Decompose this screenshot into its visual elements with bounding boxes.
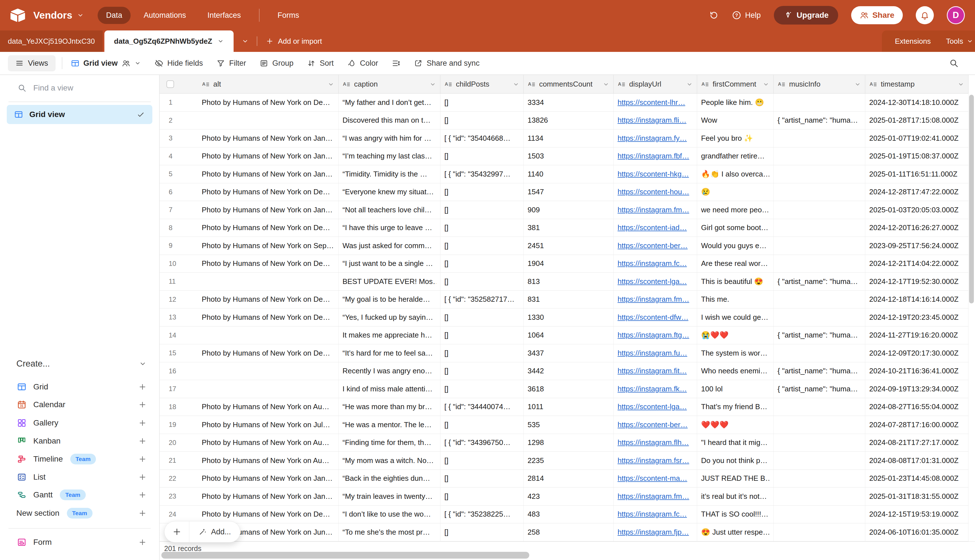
cell-commentsCount[interactable]: 2451 (524, 237, 614, 255)
cell-timestamp[interactable]: 2024-09-19T13:29:34.000Z (865, 380, 968, 398)
cell-displayUrl[interactable]: https://scontent-lga… (614, 273, 697, 290)
cell-childPosts[interactable]: [] (441, 255, 524, 273)
row-number[interactable]: 16 (160, 362, 198, 380)
cell-musicInfo[interactable] (773, 523, 865, 541)
cell-caption[interactable]: Discovered this man on t… (339, 112, 441, 130)
vertical-scrollbar[interactable] (969, 95, 974, 303)
cell-alt[interactable]: Photo by Humans of New York on Sep… (198, 237, 339, 255)
cell-musicInfo[interactable]: { "artist_name": "huma… (773, 273, 865, 290)
url-link[interactable]: https://scontent-ma… (618, 474, 687, 483)
cell-commentsCount[interactable]: 381 (524, 219, 614, 237)
cell-caption[interactable]: BEST UPDATE EVER! Mos… (339, 273, 441, 290)
cell-displayUrl[interactable]: https://instagram.ftg… (614, 327, 697, 344)
table-tab-active[interactable]: data_Og5Zq6ZPNhWb5ydeZ (104, 30, 234, 52)
avatar[interactable]: D (947, 6, 965, 24)
cell-commentsCount[interactable]: 258 (524, 523, 614, 541)
cell-musicInfo[interactable] (773, 147, 865, 165)
row-number[interactable]: 2 (160, 112, 198, 130)
url-link[interactable]: https://scontent-ber… (618, 420, 688, 429)
column-header-firstComment[interactable]: AfirstComment (697, 75, 773, 93)
search-icon[interactable] (949, 58, 958, 68)
cell-caption[interactable]: “Not all teachers love chil… (339, 201, 441, 219)
url-link[interactable]: https://instagram.fsr… (618, 456, 689, 465)
row-number[interactable]: 11 (160, 273, 198, 290)
cell-musicInfo[interactable] (773, 237, 865, 255)
group-button[interactable]: Group (260, 59, 294, 68)
row-number[interactable]: 6 (160, 183, 198, 201)
cell-displayUrl[interactable]: https://scontent-lga… (614, 398, 697, 416)
cell-timestamp[interactable]: 2025-01-31T18:31:55.000Z (865, 488, 968, 505)
plus-icon[interactable] (138, 383, 147, 391)
share-and-sync-button[interactable]: Share and sync (414, 59, 479, 68)
row-number[interactable]: 17 (160, 380, 198, 398)
cell-alt[interactable] (198, 112, 339, 130)
cell-commentsCount[interactable]: 535 (524, 416, 614, 434)
cell-caption[interactable]: “Timidity. Timidity is the … (339, 165, 441, 183)
cell-firstComment[interactable]: "I heard that it mig… (697, 434, 773, 452)
cell-displayUrl[interactable]: https://instagram.fit… (614, 362, 697, 380)
row-number[interactable]: 21 (160, 452, 198, 470)
cell-firstComment[interactable]: Do you not think p… (697, 452, 773, 470)
cell-caption[interactable]: “I don’t like to use the wo… (339, 506, 441, 523)
cell-childPosts[interactable]: [] (441, 93, 524, 112)
cell-musicInfo[interactable] (773, 183, 865, 201)
cell-firstComment[interactable]: we need more peo… (697, 201, 773, 219)
cell-childPosts[interactable]: [] (441, 452, 524, 470)
cell-alt[interactable]: Photo by Humans of New York on Jan… (198, 147, 339, 165)
history-icon[interactable] (709, 10, 719, 20)
sidebar-item-grid-view[interactable]: Grid view (7, 105, 152, 124)
chevron-down-icon[interactable] (217, 38, 224, 45)
cell-firstComment[interactable]: Would you guys e… (697, 237, 773, 255)
url-link[interactable]: https://instagram.fk… (618, 385, 687, 393)
cell-commentsCount[interactable]: 909 (524, 201, 614, 219)
cell-commentsCount[interactable]: 1134 (524, 130, 614, 147)
sidebar-create-gantt[interactable]: GanttTeam (17, 487, 147, 503)
workspace-switcher[interactable]: Vendors (33, 10, 84, 21)
sidebar-create-gallery[interactable]: Gallery (17, 415, 147, 431)
cell-displayUrl[interactable]: https://instagram.fc… (614, 506, 697, 523)
cell-displayUrl[interactable]: https://scontent-lhr… (614, 93, 697, 112)
cell-commentsCount[interactable]: 3437 (524, 344, 614, 362)
chevron-down-icon[interactable] (327, 81, 334, 88)
cell-childPosts[interactable]: [] (441, 488, 524, 505)
url-link[interactable]: https://scontent-iad… (618, 223, 687, 232)
cell-firstComment[interactable]: 😢 (697, 183, 773, 201)
add-or-import-button[interactable]: Add or import (257, 30, 331, 52)
notifications-button[interactable] (916, 6, 934, 24)
url-link[interactable]: https://instagram.fm… (618, 492, 689, 501)
cell-caption[interactable]: I kind of miss male attenti… (339, 380, 441, 398)
cell-timestamp[interactable]: 2024-10-21T16:36:41.000Z (865, 362, 968, 380)
cell-childPosts[interactable]: [] (441, 362, 524, 380)
sidebar-create-form[interactable]: Form (17, 534, 147, 550)
row-number[interactable]: 3 (160, 130, 198, 147)
add-with-ai-button[interactable]: Add... (189, 522, 240, 542)
cell-timestamp[interactable]: 2024-12-30T14:18:10.000Z (865, 93, 968, 112)
extensions-button[interactable]: Extensions (895, 37, 931, 46)
cell-childPosts[interactable]: [] (441, 201, 524, 219)
cell-displayUrl[interactable]: https://instagram.fu… (614, 344, 697, 362)
chevron-down-icon[interactable] (854, 81, 861, 88)
cell-caption[interactable]: “My mom was a witch. No… (339, 452, 441, 470)
plus-icon[interactable] (138, 437, 147, 445)
cell-firstComment[interactable]: 😍 Just utter respe… (697, 523, 773, 541)
row-number[interactable]: 4 (160, 147, 198, 165)
plus-icon[interactable] (138, 400, 147, 409)
cell-alt[interactable]: Photo by Humans of New York on Au… (198, 434, 339, 452)
cell-caption[interactable]: “To me she’s the most pr… (339, 523, 441, 541)
cell-childPosts[interactable]: [] (441, 416, 524, 434)
cell-displayUrl[interactable]: https://instagram.fc… (614, 255, 697, 273)
cell-displayUrl[interactable]: https://instagram.fli… (614, 112, 697, 130)
row-number[interactable]: 19 (160, 416, 198, 434)
cell-displayUrl[interactable]: https://scontent-dfw… (614, 308, 697, 326)
row-number[interactable]: 22 (160, 470, 198, 488)
cell-caption[interactable]: “I was angry with him for … (339, 130, 441, 147)
url-link[interactable]: https://scontent-ber… (618, 242, 688, 250)
row-number[interactable]: 5 (160, 165, 198, 183)
cell-alt[interactable]: Photo by Humans of New York on De… (198, 219, 339, 237)
cell-musicInfo[interactable] (773, 130, 865, 147)
row-number[interactable]: 24 (160, 506, 198, 523)
cell-commentsCount[interactable]: 1011 (524, 398, 614, 416)
cell-timestamp[interactable]: 2025-01-11T16:51:11.000Z (865, 165, 968, 183)
tools-button[interactable]: Tools (946, 37, 973, 46)
cell-alt[interactable]: Photo by Humans of New York on Jan… (198, 488, 339, 505)
